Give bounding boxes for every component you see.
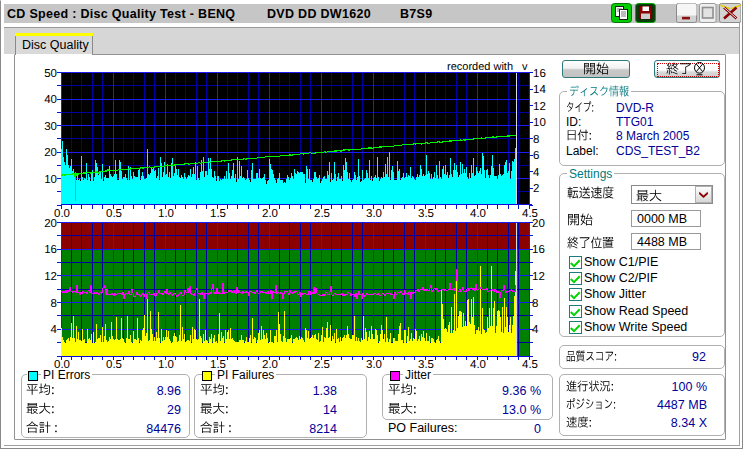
svg-text:4.0: 4.0 xyxy=(470,208,486,220)
svg-text:10: 10 xyxy=(533,117,546,129)
svg-text:4.0: 4.0 xyxy=(470,359,486,371)
svg-text:0.5: 0.5 xyxy=(106,208,122,220)
svg-text:16: 16 xyxy=(533,68,546,80)
svg-text:3.5: 3.5 xyxy=(418,208,434,220)
svg-text:3.0: 3.0 xyxy=(366,359,382,371)
svg-text:8: 8 xyxy=(51,298,57,310)
svg-text:50: 50 xyxy=(44,68,57,80)
svg-text:0.5: 0.5 xyxy=(106,359,122,371)
svg-text:3.0: 3.0 xyxy=(366,208,382,220)
svg-text:1.0: 1.0 xyxy=(158,359,174,371)
svg-text:2.5: 2.5 xyxy=(314,359,330,371)
svg-text:30: 30 xyxy=(44,121,57,133)
svg-text:6: 6 xyxy=(533,150,539,162)
svg-text:2.0: 2.0 xyxy=(262,208,278,220)
svg-text:16: 16 xyxy=(44,244,57,256)
svg-text:v: v xyxy=(522,61,528,73)
svg-text:8: 8 xyxy=(532,298,538,310)
svg-text:16: 16 xyxy=(532,244,545,256)
svg-text:recorded with: recorded with xyxy=(447,61,513,73)
svg-text:20: 20 xyxy=(44,147,57,159)
svg-text:4: 4 xyxy=(533,167,540,179)
svg-text:4: 4 xyxy=(532,324,539,336)
svg-text:8: 8 xyxy=(533,134,539,146)
svg-text:40: 40 xyxy=(44,94,57,106)
svg-text:1.5: 1.5 xyxy=(210,208,226,220)
svg-text:2.5: 2.5 xyxy=(314,208,330,220)
svg-text:12: 12 xyxy=(44,271,57,283)
svg-text:10: 10 xyxy=(44,174,57,186)
svg-text:1.0: 1.0 xyxy=(158,208,174,220)
svg-text:14: 14 xyxy=(533,84,546,96)
svg-text:4.5: 4.5 xyxy=(522,208,538,220)
svg-text:12: 12 xyxy=(532,271,545,283)
svg-text:2: 2 xyxy=(533,183,539,195)
svg-text:4: 4 xyxy=(51,324,58,336)
svg-text:12: 12 xyxy=(533,101,546,113)
svg-text:0.0: 0.0 xyxy=(54,208,70,220)
svg-text:4.5: 4.5 xyxy=(522,359,538,371)
